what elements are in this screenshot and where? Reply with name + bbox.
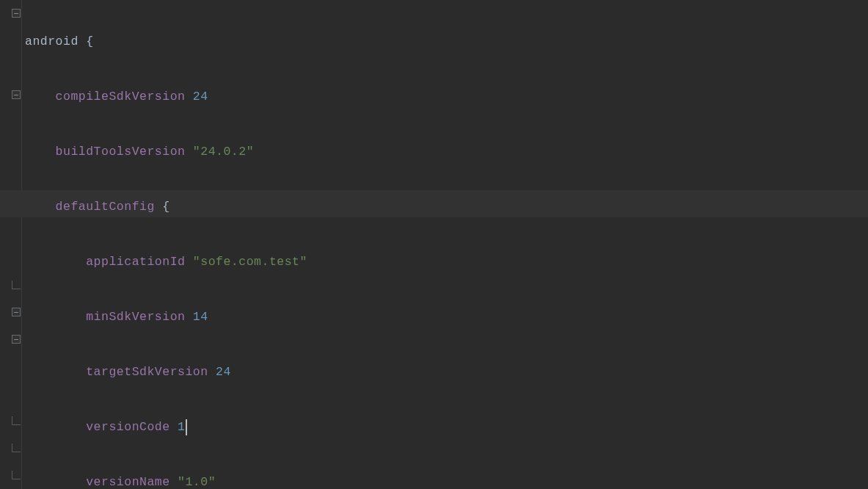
indent xyxy=(25,90,56,104)
code-line[interactable]: compileSdkVersion 24 xyxy=(22,83,868,110)
fold-toggle-icon[interactable] xyxy=(12,9,21,18)
code-line[interactable]: targetSdkVersion 24 xyxy=(22,358,868,385)
string-literal: "24.0.2" xyxy=(193,145,254,159)
identifier: android xyxy=(25,35,79,48)
space xyxy=(185,145,192,159)
number-literal: 24 xyxy=(193,90,208,104)
code-line[interactable]: defaultConfig { xyxy=(22,193,868,220)
fold-toggle-icon[interactable] xyxy=(12,335,21,344)
method-call: applicationId xyxy=(86,255,185,269)
fold-end-icon xyxy=(12,471,21,479)
method-call: compileSdkVersion xyxy=(56,90,186,104)
string-literal: "sofe.com.test" xyxy=(193,255,307,269)
method-call: buildToolsVersion xyxy=(56,145,186,159)
fold-toggle-icon[interactable] xyxy=(12,90,21,99)
indent xyxy=(25,310,86,324)
space xyxy=(208,365,216,379)
indent xyxy=(25,145,56,159)
editor-gutter xyxy=(0,0,22,489)
code-line[interactable]: android { xyxy=(22,28,868,55)
method-call: minSdkVersion xyxy=(86,310,185,324)
number-literal: 1 xyxy=(178,420,185,434)
code-line[interactable]: versionName "1.0" xyxy=(22,468,868,489)
indent xyxy=(25,420,86,434)
code-line[interactable]: applicationId "sofe.com.test" xyxy=(22,248,868,275)
fold-end-icon xyxy=(12,443,21,452)
brace: { xyxy=(155,200,170,214)
fold-toggle-icon[interactable] xyxy=(12,308,21,316)
space xyxy=(185,90,192,104)
number-literal: 24 xyxy=(216,365,231,379)
fold-end-icon xyxy=(12,416,21,425)
number-literal: 14 xyxy=(193,310,208,324)
space xyxy=(185,255,192,269)
space xyxy=(170,420,178,434)
string-literal: "1.0" xyxy=(178,475,216,489)
method-call: defaultConfig xyxy=(56,200,155,214)
method-call: targetSdkVersion xyxy=(86,365,208,379)
code-line[interactable]: minSdkVersion 14 xyxy=(22,303,868,330)
text-caret xyxy=(186,419,187,435)
indent xyxy=(25,255,86,269)
method-call: versionCode xyxy=(86,420,169,434)
code-line[interactable]: versionCode 1 xyxy=(22,413,868,441)
method-call: versionName xyxy=(86,475,169,489)
fold-end-icon xyxy=(12,280,21,289)
code-line[interactable]: buildToolsVersion "24.0.2" xyxy=(22,138,868,165)
space xyxy=(185,310,192,324)
indent xyxy=(25,475,86,489)
space xyxy=(170,475,178,489)
brace: { xyxy=(79,35,94,48)
code-editor[interactable]: android { compileSdkVersion 24 buildTool… xyxy=(22,0,868,489)
indent xyxy=(25,200,56,214)
indent xyxy=(25,365,86,379)
